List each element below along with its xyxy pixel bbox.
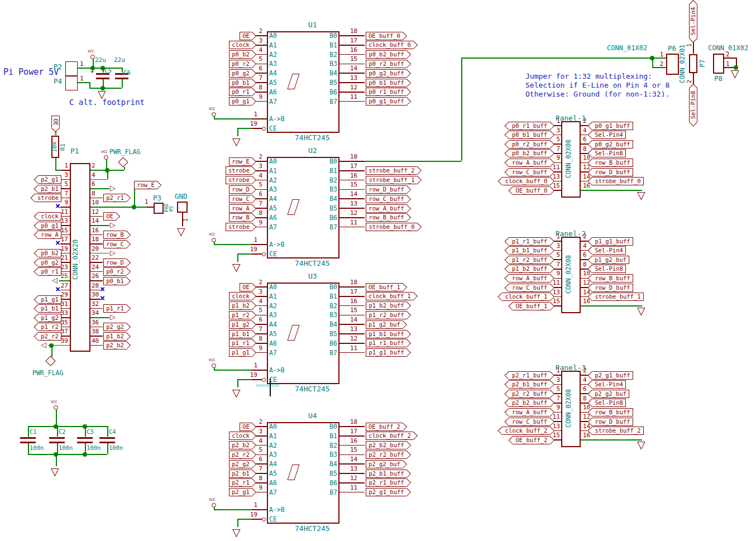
net-label-clock_buff_1[interactable]: clock_buff_1 (503, 293, 550, 301)
net-label-p2_r2_buff[interactable]: p2_r2_buff (366, 451, 406, 459)
component-body-P3[interactable] (154, 203, 164, 214)
net-label-p0_r2_buff[interactable]: p0_r2_buff (509, 140, 550, 149)
net-label-p1_r1[interactable]: p1_r1 (229, 339, 252, 347)
net-label-p1_r2_buff[interactable]: p1_r2_buff (509, 256, 550, 264)
net-label-p0_r2[interactable]: p0_r2 (103, 267, 126, 276)
net-label-strobe[interactable]: strobe (226, 166, 252, 175)
net-label-row_C[interactable]: row_C (229, 195, 252, 203)
net-label-p1_b1[interactable]: p1_b1 (229, 330, 252, 338)
net-label-p2_r1[interactable]: p2_r1 (229, 478, 252, 487)
net-label-p1_g2_buf[interactable]: p1_g2_buf (592, 256, 629, 264)
net-label-p2_r2_buff[interactable]: p2_r2_buff (509, 390, 550, 398)
net-label-row_B_buff[interactable]: row_B_buff (592, 408, 633, 416)
net-label-p1_b2[interactable]: p1_b2 (229, 301, 252, 310)
net-label-strobe[interactable]: strobe (226, 223, 252, 231)
net-label-row_D_buff[interactable]: row_D_buff (592, 168, 633, 176)
net-label-row_A_buff[interactable]: row_A_buff (509, 159, 550, 167)
net-label-row_B[interactable]: row_B (103, 231, 126, 239)
net-label-p1_r2_buff[interactable]: p1_r2_buff (366, 311, 406, 319)
net-label-p0_b1[interactable]: p0_b1 (103, 277, 126, 285)
net-label-p0_g1_buff[interactable]: p0_g1_buff (366, 97, 406, 106)
net-label-row_C[interactable]: row_C (103, 240, 126, 248)
net-label-p2_g1_buff[interactable]: p2_g1_buff (592, 371, 633, 380)
net-label-strobe[interactable]: strobe (226, 176, 252, 184)
net-label-OE_buff_0[interactable]: OE_buff_0 (366, 32, 403, 40)
net-label-Sel-Pin4[interactable]: Sel-Pin4 (592, 380, 626, 389)
component-body-GND[interactable] (177, 202, 188, 213)
net-label-OE_buff_2[interactable]: OE_buff_2 (513, 436, 550, 444)
net-label-p1_g1[interactable]: p1_g1 (229, 348, 252, 357)
net-label-p0_b1_buff[interactable]: p0_b1_buff (366, 79, 406, 87)
net-label-p0_r1_buff[interactable]: p0_r1_buff (509, 122, 550, 130)
net-label-row_C_buff[interactable]: row_C_buff (509, 284, 550, 292)
net-label-row_E[interactable]: row_E (229, 157, 252, 166)
net-label-p2_b1_buff[interactable]: p2_b1_buff (509, 380, 550, 389)
net-label-OE_buff_1[interactable]: OE_buff_1 (513, 302, 550, 310)
net-label-row_D_buff[interactable]: row_D_buff (592, 284, 633, 292)
net-label-clock[interactable]: clock (229, 41, 252, 49)
net-label-p0_r1[interactable]: p0_r1 (229, 88, 252, 96)
net-label-p2_r1[interactable]: p2_r1 (103, 194, 126, 202)
net-label-p0_b1_buff[interactable]: p0_b1_buff (509, 131, 550, 139)
net-label-row_A_buff[interactable]: row_A_buff (366, 204, 406, 213)
net-label-row_C_buff[interactable]: row_C_buff (509, 418, 550, 426)
net-label-p2_r1_buff[interactable]: p2_r1_buff (509, 371, 550, 380)
net-label-p0_b1[interactable]: p0_b1 (229, 79, 252, 87)
net-label-p2_g2[interactable]: p2_g2 (229, 460, 252, 468)
net-label-row_D_buff[interactable]: row_D_buff (592, 418, 633, 426)
net-label-OE_buff_2[interactable]: OE_buff_2 (366, 423, 403, 431)
net-label-row_B_buff[interactable]: row_B_buff (366, 213, 406, 222)
net-label-p2_b2_buff[interactable]: p2_b2_buff (366, 441, 406, 449)
component-body-P8[interactable] (713, 54, 724, 74)
net-label-clock[interactable]: clock (229, 432, 252, 440)
net-label-p0_r1_buff[interactable]: p0_r1_buff (366, 88, 406, 96)
net-label-p0_g1_buff[interactable]: p0_g1_buff (592, 122, 633, 130)
net-label-strobe_buff_2[interactable]: strobe_buff_2 (592, 427, 644, 435)
net-label-row_D[interactable]: row_D (229, 185, 252, 194)
net-label-p1_b2[interactable]: p1_b2 (103, 332, 126, 341)
net-label-OE_buff_1[interactable]: OE_buff_1 (366, 283, 403, 291)
net-label-p0_g2_buff[interactable]: p0_g2_buff (592, 140, 633, 149)
net-label-Sel-Pin4[interactable]: Sel-Pin4 (689, 4, 697, 38)
net-label-p1_r1[interactable]: p1_r1 (103, 304, 126, 313)
net-label-clock_buff_0[interactable]: clock_buff_0 (366, 41, 413, 49)
net-label-clock_buff_2[interactable]: clock_buff_2 (366, 432, 413, 440)
net-label-p0_r2_buff[interactable]: p0_r2_buff (366, 60, 406, 68)
net-label-p1_r2[interactable]: p1_r2 (229, 311, 252, 319)
component-body-P4[interactable] (65, 76, 78, 90)
net-label-p2_g1_buff[interactable]: p2_g1_buff (366, 488, 406, 496)
net-label-p1_b1_buff[interactable]: p1_b1_buff (509, 246, 550, 255)
component-body-P6[interactable] (666, 54, 679, 75)
net-label-p1_b2_buff[interactable]: p1_b2_buff (366, 301, 406, 310)
net-label-strobe_buff_1[interactable]: strobe_buff_1 (366, 176, 417, 184)
net-label-p2_b2[interactable]: p2_b2 (229, 441, 252, 449)
net-label-row_A_buff[interactable]: row_A_buff (509, 274, 550, 283)
net-label-strobe_buff_2[interactable]: strobe_buff_2 (366, 166, 417, 175)
net-label-p1_r1_buff[interactable]: p1_r1_buff (366, 339, 406, 347)
net-label-row_A_buff[interactable]: row_A_buff (509, 408, 550, 416)
net-label-p0_g2_buff[interactable]: p0_g2_buff (366, 69, 406, 78)
net-label-p1_r1_buff[interactable]: p1_r1_buff (509, 237, 550, 246)
net-label-Sel-Pin8[interactable]: Sel-Pin8 (689, 88, 697, 122)
net-label-p0_b2[interactable]: p0_b2 (229, 50, 252, 59)
net-label-row_C_buff[interactable]: row_C_buff (509, 168, 550, 176)
net-label-row_C_buff[interactable]: row_C_buff (366, 195, 406, 203)
net-label-clock_buff_2[interactable]: clock_buff_2 (503, 427, 550, 435)
net-label-row_B_buff[interactable]: row_B_buff (592, 159, 633, 167)
net-label-Sel-Pin8[interactable]: Sel-Pin8 (592, 265, 626, 273)
net-label-p2_g2[interactable]: p2_g2 (103, 323, 126, 331)
net-label-p2_b2[interactable]: p2_b2 (103, 341, 126, 350)
net-label-p2_r2[interactable]: p2_r2 (229, 451, 252, 459)
net-label-clock_buff_1[interactable]: clock_buff_1 (366, 292, 413, 300)
net-label-row_B[interactable]: row_B (229, 213, 252, 222)
net-label-clock_buff_0[interactable]: clock_buff_0 (503, 177, 550, 185)
net-label-p2_b2_buff[interactable]: p2_b2_buff (509, 399, 550, 407)
net-label-p0_b2_buff[interactable]: p0_b2_buff (509, 149, 550, 157)
net-label-p2_g2_buf[interactable]: p2_g2_buf (592, 390, 629, 398)
net-label-p2_r1_buff[interactable]: p2_r1_buff (366, 478, 406, 487)
net-label-p1_g2[interactable]: p1_g2 (229, 320, 252, 329)
component-body-P7[interactable] (689, 54, 697, 73)
net-label-OE[interactable]: OE (51, 116, 60, 128)
net-label-p1_b1_buff[interactable]: p1_b1_buff (366, 330, 406, 338)
net-label-Sel-Pin8[interactable]: Sel-Pin8 (592, 399, 626, 407)
